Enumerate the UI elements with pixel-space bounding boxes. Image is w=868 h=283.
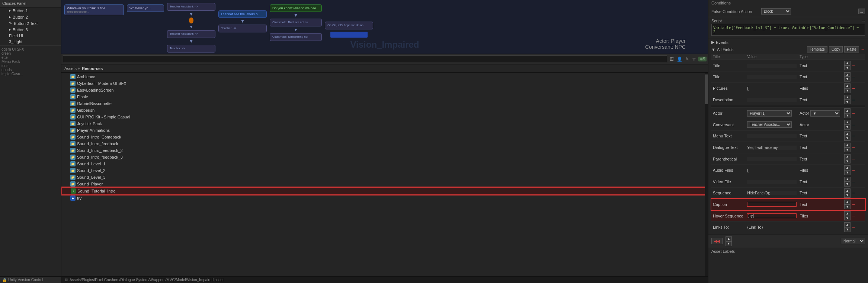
up-btn[interactable]: ▲ [844, 154, 851, 159]
scroll-left-btn[interactable]: ◀◀ [711, 238, 723, 244]
down-btn[interactable]: ▼ [844, 100, 851, 105]
field-sequence-value[interactable] [746, 187, 798, 199]
remove-btn[interactable]: − [851, 225, 856, 230]
dialogue-node-teacher2[interactable]: Teacher: <> [218, 25, 267, 32]
field-videofile-value[interactable] [746, 176, 798, 187]
dialogue-node-ta2[interactable]: Teacher Assistant: <> [167, 30, 215, 38]
false-condition-select[interactable]: Block Allow Redirect [761, 8, 791, 15]
down-btn[interactable]: ▼ [844, 147, 851, 152]
actor-select[interactable]: Player [1] [747, 110, 792, 117]
graph-area[interactable]: Whatever you think is fine finoooooooooo… [61, 0, 708, 54]
field-hoverseq-value[interactable] [746, 210, 798, 222]
up-btn[interactable]: ▲ [844, 108, 851, 113]
remove-btn[interactable]: − [851, 86, 856, 91]
down-btn[interactable]: ▼ [844, 170, 851, 175]
sidebar-item-button3[interactable]: ▸ Button 3 [0, 26, 61, 33]
remove-btn[interactable]: − [851, 122, 856, 127]
dialogue-node-teacher1[interactable]: Teacher: <> [167, 45, 215, 53]
up-btn[interactable]: ▲ [844, 72, 851, 77]
down-btn[interactable]: ▼ [844, 227, 851, 232]
copy-button[interactable]: Copy [829, 46, 843, 53]
down-btn[interactable]: ▼ [844, 182, 851, 187]
up-btn[interactable]: ▲ [844, 143, 851, 147]
field-caption-value[interactable] [746, 199, 798, 210]
sidebar-item-button2[interactable]: ▸ Button 2 [0, 14, 61, 20]
up-btn[interactable]: ▲ [844, 177, 851, 182]
down-btn[interactable]: ▼ [844, 193, 851, 198]
dialogue-node-classmate1[interactable]: Classmate: But I am not su [270, 19, 322, 26]
asset-joystick[interactable]: 📁 Joystick Pack [61, 120, 705, 127]
field-parenth-value[interactable] [746, 153, 798, 165]
asset-easyloading[interactable]: 📁 EasyLoadingScreen [61, 87, 705, 93]
down-btn[interactable]: ▼ [844, 88, 851, 93]
bottom-down-btn[interactable]: ▼ [726, 241, 732, 246]
sidebar-item-button2text[interactable]: ✎ Button 2 Text [0, 20, 61, 26]
up-btn[interactable]: ▲ [844, 95, 851, 100]
down-btn[interactable]: ▼ [844, 77, 851, 82]
asset-sound-feedback[interactable]: 📁 Sound_Intro_feedback [61, 140, 705, 147]
dialogue-node-ohoh[interactable]: Oh Oh, let's hope we do no [325, 22, 373, 29]
field-title2-value[interactable] [746, 71, 798, 83]
false-condition-extra[interactable]: ... [858, 9, 865, 14]
field-desc-value[interactable] [746, 94, 798, 105]
conversant-select[interactable]: Teacher Assistar... [747, 121, 792, 128]
asset-guipro[interactable]: 📁 GUI PRO Kit - Simple Casual [61, 114, 705, 120]
remove-btn[interactable]: − [851, 111, 856, 116]
up-btn[interactable]: ▲ [844, 222, 851, 227]
person-icon[interactable]: 👤 [676, 56, 683, 63]
assets-label[interactable]: Assets [64, 66, 77, 71]
asset-finale[interactable]: 📁 Finale [61, 93, 705, 100]
script-content[interactable]: Variable["Feedback_Lv1_3"] = true; Varia… [711, 24, 865, 36]
up-btn[interactable]: ▲ [844, 83, 851, 88]
dialogue-node-classmate2[interactable]: Classmate: (whispering noi [270, 33, 322, 41]
paste-button[interactable]: Paste [844, 46, 859, 53]
down-btn[interactable]: ▼ [844, 136, 851, 141]
down-btn[interactable]: ▼ [844, 204, 851, 209]
sidebar-item-button1[interactable]: ▸ Button 1 [0, 7, 61, 14]
remove-btn[interactable]: − [851, 74, 856, 79]
asset-sound-level2[interactable]: 📁 Sound_Level_2 [61, 167, 705, 174]
image-icon[interactable]: 🖼 [669, 56, 675, 63]
remove-btn[interactable]: − [851, 213, 856, 219]
field-actor-value[interactable]: Player [1] [746, 108, 798, 119]
down-btn[interactable]: ▼ [844, 113, 851, 118]
all-fields-toggle[interactable]: ▼ All Fields Template Copy Paste − [711, 46, 865, 53]
up-btn[interactable]: ▲ [844, 61, 851, 66]
asset-ambience[interactable]: 📁 Ambience [61, 73, 705, 80]
dialogue-node-1[interactable]: Whatever you think is fine finoooooooooo… [64, 4, 124, 15]
down-btn[interactable]: ▼ [844, 66, 851, 70]
assets-scrollbar[interactable] [705, 73, 708, 276]
template-button[interactable]: Template [807, 46, 827, 53]
actor-type-select[interactable]: ▼ [810, 110, 840, 117]
remove-btn[interactable]: − [851, 190, 856, 195]
remove-btn[interactable]: − [851, 202, 856, 207]
dialogue-node-2[interactable]: Whatever yo... [127, 4, 164, 12]
down-btn[interactable]: ▼ [844, 216, 851, 221]
star-icon[interactable]: ☆ [691, 56, 697, 63]
up-btn[interactable]: ▲ [844, 120, 851, 125]
asset-gibberish[interactable]: 📁 Gibberish [61, 107, 705, 114]
asset-sound-feedback2[interactable]: 📁 Sound_Intro_feedback_2 [61, 147, 705, 154]
up-btn[interactable]: ▲ [844, 211, 851, 216]
field-conversant-value[interactable]: Teacher Assistar... [746, 119, 798, 130]
field-title-value[interactable] [746, 60, 798, 71]
asset-sound-level3[interactable]: 📁 Sound_Level_3 [61, 174, 705, 181]
remove-btn[interactable]: − [851, 156, 856, 162]
scrollbar-thumb[interactable] [705, 74, 708, 104]
events-toggle[interactable]: ▶ Events [711, 40, 865, 45]
up-btn[interactable]: ▲ [844, 165, 851, 170]
normal-select[interactable]: Normal Override [841, 238, 865, 244]
down-btn[interactable]: ▼ [844, 159, 851, 164]
dialogue-node-doyouknow[interactable]: Do you know what do we nee [270, 4, 322, 12]
up-btn[interactable]: ▲ [844, 200, 851, 204]
dialogue-node-cannot[interactable]: I cannot see the letters o [218, 10, 267, 18]
asset-sound-tutorial[interactable]: ♪ Sound_Tutorial_Intro [61, 187, 705, 195]
close-all-fields-button[interactable]: − [861, 47, 865, 52]
up-btn[interactable]: ▲ [844, 188, 851, 193]
search-input[interactable] [63, 55, 667, 63]
sidebar-item-fieldui[interactable]: Field UI [0, 33, 61, 39]
remove-btn[interactable]: − [851, 63, 856, 68]
bottom-up-btn[interactable]: ▲ [726, 236, 732, 241]
asset-try[interactable]: ▶ try [61, 195, 705, 201]
field-menutext-value[interactable] [746, 130, 798, 142]
